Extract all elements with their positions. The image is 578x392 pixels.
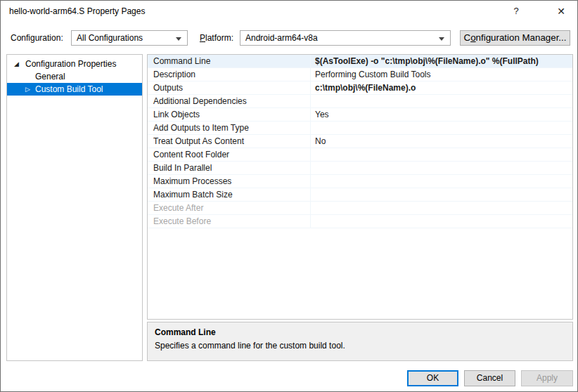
title-bar: hello-world-arm64.S Property Pages ? ✕ — [1, 1, 577, 22]
property-row[interactable]: Maximum Processes — [148, 175, 572, 188]
apply-button: Apply — [521, 370, 573, 386]
property-pages-dialog: hello-world-arm64.S Property Pages ? ✕ C… — [0, 0, 578, 392]
description-title: Command Line — [155, 327, 565, 337]
ok-button[interactable]: OK — [407, 370, 458, 386]
property-value — [311, 202, 572, 214]
chevron-down-icon — [176, 37, 181, 41]
tree-item-general[interactable]: General — [7, 70, 142, 83]
property-row[interactable]: Additional Dependencies — [148, 95, 572, 108]
property-value[interactable] — [311, 122, 572, 134]
configuration-dropdown-value: All Configurations — [77, 33, 143, 43]
property-name: Description — [148, 68, 311, 81]
property-row[interactable]: Content Root Folder — [148, 148, 572, 162]
property-row: Execute Before — [148, 215, 572, 228]
property-grid: Command Line $(AsToolExe) -o "c:\tmp\obj… — [147, 54, 573, 320]
property-name: Outputs — [148, 81, 311, 94]
property-value[interactable] — [311, 188, 572, 201]
property-value[interactable]: Yes — [311, 108, 572, 121]
property-row: Execute After — [148, 202, 572, 215]
property-row[interactable]: Add Outputs to Item Type — [148, 122, 572, 135]
property-name: Execute Before — [148, 215, 311, 228]
property-value[interactable]: No — [311, 135, 572, 148]
tree-item-label: Custom Build Tool — [35, 83, 103, 96]
property-value[interactable] — [311, 175, 572, 188]
help-icon[interactable]: ? — [506, 1, 527, 22]
property-row[interactable]: Command Line $(AsToolExe) -o "c:\tmp\obj… — [148, 55, 572, 68]
property-row[interactable]: Outputs c:\tmp\obj\%(FileName).o — [148, 81, 572, 95]
configuration-dropdown[interactable]: All Configurations — [71, 30, 188, 46]
property-row[interactable]: Treat Output As Content No — [148, 135, 572, 148]
property-name: Add Outputs to Item Type — [148, 122, 311, 134]
property-name: Command Line — [148, 55, 311, 67]
property-value[interactable]: $(AsToolExe) -o "c:\tmp\obj\%(FileName).… — [311, 55, 572, 67]
tree-item-configuration-properties[interactable]: ◢ Configuration Properties — [7, 58, 142, 70]
platform-label: Platform: — [200, 30, 233, 46]
property-value — [311, 215, 572, 228]
platform-dropdown-value: Android-arm64-v8a — [245, 33, 318, 43]
description-text: Specifies a command line for the custom … — [155, 341, 565, 351]
property-value[interactable] — [311, 95, 572, 107]
property-value[interactable]: Performing Custom Build Tools — [311, 68, 572, 81]
tree-item-label: General — [35, 70, 65, 83]
property-name: Content Root Folder — [148, 148, 311, 161]
configuration-manager-button[interactable]: Configuration Manager... — [460, 30, 570, 46]
window-title: hello-world-arm64.S Property Pages — [9, 1, 145, 22]
close-icon[interactable]: ✕ — [551, 1, 572, 22]
property-row[interactable]: Description Performing Custom Build Tool… — [148, 68, 572, 81]
configuration-label: Configuration: — [11, 30, 63, 46]
property-name: Execute After — [148, 202, 311, 214]
cancel-button[interactable]: Cancel — [464, 370, 515, 386]
chevron-down-icon — [439, 37, 444, 41]
property-value[interactable] — [311, 162, 572, 174]
property-name: Maximum Batch Size — [148, 188, 311, 201]
collapsed-triangle-icon[interactable]: ▷ — [25, 83, 30, 96]
tree-item-custom-build-tool[interactable]: ▷ Custom Build Tool — [7, 83, 142, 96]
category-tree: ◢ Configuration Properties General ▷ Cus… — [6, 54, 143, 361]
property-name: Build In Parallel — [148, 162, 311, 174]
property-name: Link Objects — [148, 108, 311, 121]
expanded-triangle-icon[interactable]: ◢ — [14, 58, 19, 70]
property-name: Treat Output As Content — [148, 135, 311, 148]
property-value[interactable] — [311, 148, 572, 161]
property-description-pane: Command Line Specifies a command line fo… — [147, 322, 573, 361]
property-row[interactable]: Link Objects Yes — [148, 108, 572, 122]
platform-dropdown[interactable]: Android-arm64-v8a — [240, 30, 451, 46]
property-name: Maximum Processes — [148, 175, 311, 188]
property-name: Additional Dependencies — [148, 95, 311, 107]
property-row[interactable]: Build In Parallel — [148, 162, 572, 175]
property-value[interactable]: c:\tmp\obj\%(FileName).o — [311, 81, 572, 94]
property-row[interactable]: Maximum Batch Size — [148, 188, 572, 202]
tree-item-label: Configuration Properties — [25, 58, 116, 70]
